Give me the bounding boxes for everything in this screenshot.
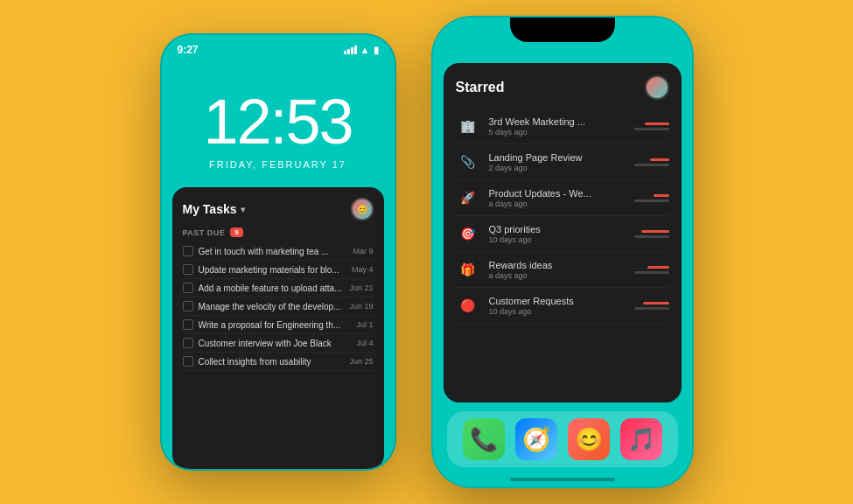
starred-item-time: 5 days ago [489,128,626,136]
dock-phone-icon[interactable]: 📞 [463,418,505,460]
task-name: Manage the velocity of the develop... [199,302,345,312]
starred-title: Starred [456,80,505,95]
starred-item[interactable]: 🚀 Product Updates - We... a days ago [456,180,669,216]
android-clock: 12:53 [203,86,352,158]
progress-bar-bg [634,164,669,166]
task-checkbox[interactable] [183,246,193,256]
progress-bar-bg [634,235,669,238]
starred-item[interactable]: 📎 Landing Page Review 2 days ago [456,144,669,180]
starred-item-info: 3rd Week Marketing ... 5 days ago [489,116,626,136]
widget-header: My Tasks ▾ 😊 [183,198,374,220]
iphone-content: Starred 🏢 3rd Week Marketing ... 5 days … [433,18,692,486]
starred-header: Starred [456,75,669,100]
past-due-label: PAST DUE 9 [183,228,374,237]
dock-music-icon[interactable]: 🎵 [620,418,662,460]
starred-item-bar [634,230,669,238]
task-checkbox[interactable] [183,356,193,367]
task-item: Customer interview with Joe Black Jul 4 [183,334,374,353]
iphone: Starred 🏢 3rd Week Marketing ... 5 days … [431,16,694,488]
progress-bar [654,194,669,197]
dock-asana-icon[interactable]: 😊 [568,418,610,460]
task-item: Add a mobile feature to upload atta... J… [183,279,374,298]
task-name: Add a mobile feature to upload atta... [199,284,345,293]
task-date: Jul 1 [356,320,373,329]
android-date: FRIDAY, FEBRUARY 17 [209,159,346,170]
starred-item-icon: 🎯 [456,221,480,246]
starred-item[interactable]: 🏢 3rd Week Marketing ... 5 days ago [456,108,669,144]
task-name: Update marketing materials for blo... [199,265,346,275]
starred-item-info: Landing Page Review 2 days ago [489,152,626,172]
task-item: Update marketing materials for blo... Ma… [183,261,374,279]
android-status-bar: 9:27 ▲ ▮ [162,35,395,60]
progress-bar [650,158,669,161]
iphone-dock: 📞 🧭 😊 🎵 [447,411,678,467]
home-indicator [510,478,615,481]
progress-bar [641,230,669,233]
android-widget: My Tasks ▾ 😊 PAST DUE 9 Get in touch wit… [172,187,384,469]
progress-bar-bg [634,307,669,310]
starred-item-info: Q3 priorities 10 days ago [489,224,626,244]
phones-container: 9:27 ▲ ▮ 12:53 FRIDAY, FEBRUARY 17 My Ta… [160,16,694,488]
dock-safari-icon[interactable]: 🧭 [515,418,557,460]
starred-avatar [645,75,669,100]
starred-item-bar [634,266,669,274]
android-time: 9:27 [178,44,199,56]
task-checkbox[interactable] [183,264,193,275]
starred-item-time: a days ago [489,200,626,208]
starred-item-name: Q3 priorities [489,224,620,234]
battery-icon: ▮ [374,45,379,56]
task-date: Jun 25 [349,357,373,366]
progress-bar [643,302,669,304]
signal-bars-icon [344,46,357,54]
past-due-text: PAST DUE [183,228,226,237]
starred-item-time: 2 days ago [489,164,626,172]
task-name: Write a proposal for Engineering th... [199,320,352,330]
starred-item-info: Rewards ideas a days ago [489,260,626,280]
task-item: Manage the velocity of the develop... Ju… [183,298,374,316]
task-checkbox[interactable] [183,319,193,330]
iphone-notch [510,18,615,42]
starred-widget: Starred 🏢 3rd Week Marketing ... 5 days … [444,63,682,402]
widget-avatar: 😊 [351,198,374,220]
task-checkbox[interactable] [183,301,193,312]
starred-item-name: Landing Page Review [489,152,620,163]
task-name: Collect insights from usability [199,357,345,367]
starred-item-icon: 🎁 [456,257,480,282]
progress-bar-bg [634,271,669,274]
progress-bar-bg [634,128,669,130]
task-date: Mar 9 [353,247,373,256]
starred-item-name: Rewards ideas [489,260,620,270]
android-phone: 9:27 ▲ ▮ 12:53 FRIDAY, FEBRUARY 17 My Ta… [160,33,396,471]
task-name: Customer interview with Joe Black [199,339,352,348]
starred-item[interactable]: 🎁 Rewards ideas a days ago [456,252,669,288]
starred-item-time: 10 days ago [489,235,626,244]
task-date: Jun 21 [349,284,373,292]
starred-item-bar [634,302,669,310]
starred-item-bar [634,194,669,202]
widget-title: My Tasks ▾ [183,202,245,216]
task-checkbox[interactable] [183,338,193,348]
task-item: Write a proposal for Engineering th... J… [183,316,374,334]
progress-bar-bg [634,200,669,202]
wifi-icon: ▲ [360,45,370,55]
starred-item-icon: 🚀 [456,186,480,210]
starred-item-bar [634,122,669,130]
task-date: Jun 19 [349,302,373,311]
android-status-icons: ▲ ▮ [344,45,379,56]
starred-item-bar [634,158,669,166]
progress-bar [647,266,669,269]
android-tasks-list: Get in touch with marketing tea ... Mar … [183,242,374,371]
past-due-badge: 9 [230,228,242,237]
task-item: Collect insights from usability Jun 25 [183,353,374,371]
android-clock-area: 12:53 FRIDAY, FEBRUARY 17 [162,86,395,170]
starred-item-icon: 🔴 [456,293,480,318]
starred-item-time: a days ago [489,271,626,280]
task-checkbox[interactable] [183,283,193,293]
starred-item-icon: 🏢 [456,114,480,138]
starred-item[interactable]: 🎯 Q3 priorities 10 days ago [456,216,669,252]
task-date: Jul 4 [356,339,373,347]
starred-item-icon: 📎 [456,150,480,174]
starred-item-info: Customer Requests 10 days ago [489,296,626,316]
task-name: Get in touch with marketing tea ... [199,247,348,256]
starred-item[interactable]: 🔴 Customer Requests 10 days ago [456,288,669,324]
